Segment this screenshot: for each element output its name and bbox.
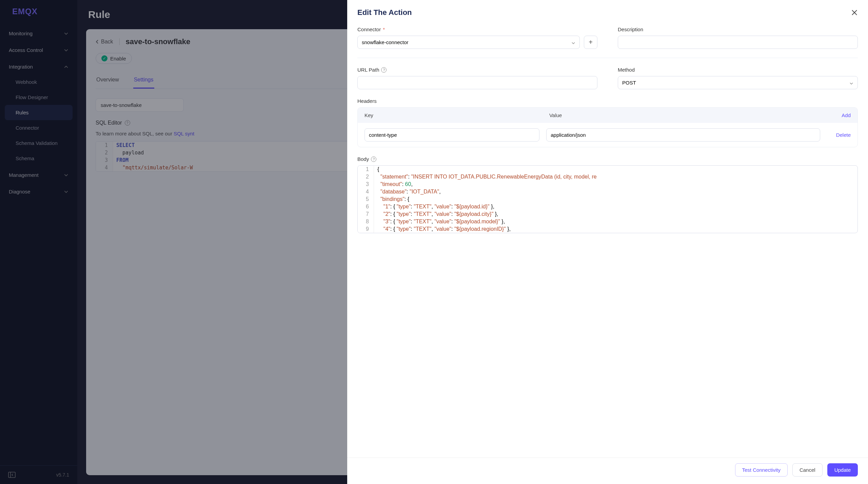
delete-header-button[interactable]: Delete <box>827 132 851 138</box>
url-path-input[interactable] <box>357 76 597 89</box>
drawer-footer: Test Connectivity Cancel Update <box>347 458 868 484</box>
description-field: Description <box>618 26 858 49</box>
code-line[interactable]: "1": { "type": "TEXT", "value": "${paylo… <box>374 203 498 210</box>
url-path-field: URL Path ? <box>357 67 597 89</box>
header-value-input[interactable] <box>546 128 820 142</box>
body-code-editor[interactable]: 1{2 "statement": "INSERT INTO IOT_DATA.P… <box>357 165 858 233</box>
headers-label: Headers <box>357 98 858 104</box>
update-button[interactable]: Update <box>827 463 858 477</box>
headers-table-head: Key Value Add <box>358 108 857 123</box>
method-value: POST <box>622 80 636 86</box>
line-number: 7 <box>358 210 374 218</box>
line-number: 3 <box>358 181 374 188</box>
header-row: Delete <box>358 123 857 147</box>
code-line[interactable]: "statement": "INSERT INTO IOT_DATA.PUBLI… <box>374 173 600 181</box>
method-select[interactable]: POST <box>618 76 858 89</box>
code-line[interactable]: "database": "IOT_DATA", <box>374 188 444 196</box>
drawer-header: Edit The Action <box>347 0 868 24</box>
url-path-label: URL Path ? <box>357 67 597 73</box>
line-number: 2 <box>358 173 374 181</box>
help-icon[interactable]: ? <box>381 67 387 73</box>
code-line[interactable]: "2": { "type": "TEXT", "value": "${paylo… <box>374 210 502 218</box>
add-connector-button[interactable]: + <box>584 36 597 49</box>
line-number: 8 <box>358 218 374 225</box>
connector-field: Connector * snowflake-connector + <box>357 26 597 49</box>
connector-label: Connector * <box>357 26 597 32</box>
divider <box>357 58 858 58</box>
line-number: 1 <box>358 166 374 173</box>
line-number: 4 <box>358 188 374 196</box>
code-line[interactable]: "timeout": 60, <box>374 181 416 188</box>
headers-col-key: Key <box>364 112 549 118</box>
chevron-down-icon <box>849 81 853 85</box>
line-number: 5 <box>358 196 374 203</box>
line-number: 9 <box>358 225 374 233</box>
description-label: Description <box>618 26 858 32</box>
method-field: Method POST <box>618 67 858 89</box>
headers-col-value: Value <box>549 112 824 118</box>
chevron-down-icon <box>571 40 575 44</box>
line-number: 6 <box>358 203 374 210</box>
connector-value: snowflake-connector <box>362 39 409 45</box>
code-line[interactable]: "3": { "type": "TEXT", "value": "${paylo… <box>374 218 508 225</box>
edit-action-drawer: Edit The Action Connector * snowflake-co… <box>347 0 868 484</box>
drawer-title: Edit The Action <box>357 8 412 17</box>
connector-select[interactable]: snowflake-connector <box>357 36 580 49</box>
close-icon[interactable] <box>851 9 858 16</box>
code-line[interactable]: "4": { "type": "TEXT", "value": "${paylo… <box>374 225 514 233</box>
cancel-button[interactable]: Cancel <box>792 463 823 477</box>
method-label: Method <box>618 67 858 73</box>
code-line[interactable]: { <box>374 166 382 173</box>
code-line[interactable]: "bindings": { <box>374 196 413 203</box>
test-connectivity-button[interactable]: Test Connectivity <box>735 463 788 477</box>
headers-table: Key Value Add Delete <box>357 107 858 147</box>
description-input[interactable] <box>618 36 858 49</box>
help-icon[interactable]: ? <box>371 156 376 162</box>
add-header-button[interactable]: Add <box>824 112 851 118</box>
drawer-body: Connector * snowflake-connector + Descri… <box>347 24 868 458</box>
body-label: Body ? <box>357 156 858 162</box>
header-key-input[interactable] <box>364 128 539 142</box>
